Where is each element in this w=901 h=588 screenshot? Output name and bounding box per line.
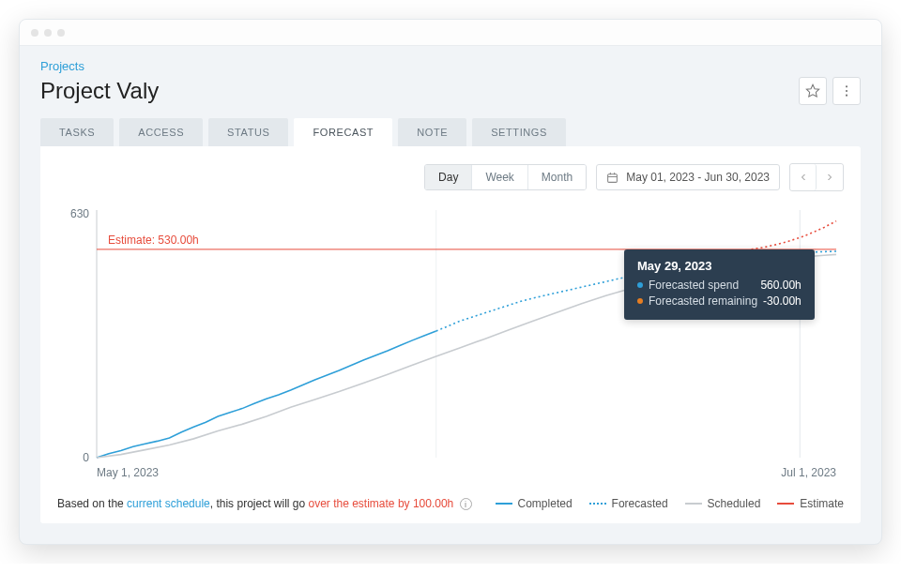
date-range-label: May 01, 2023 - Jun 30, 2023 — [626, 171, 770, 184]
svg-text:630: 630 — [70, 207, 89, 220]
svg-marker-0 — [806, 84, 818, 97]
svg-text:May 1, 2023: May 1, 2023 — [97, 466, 159, 479]
chevron-right-icon — [824, 172, 835, 183]
titlebar — [20, 20, 881, 46]
page-title: Project Valy — [40, 78, 159, 104]
chart-legend: Completed Forecasted Scheduled Estimate — [496, 497, 844, 510]
insight-text: Based on the current schedule, this proj… — [57, 497, 472, 510]
daterange-group: May 01, 2023 - Jun 30, 2023 — [596, 164, 780, 190]
tooltip-date: May 29, 2023 — [637, 259, 802, 273]
window-dot — [31, 29, 38, 37]
info-icon[interactable]: i — [460, 498, 472, 510]
chart-controls: DayWeekMonth May 01, 2023 - Jun 30, 2023 — [57, 163, 844, 191]
header: Projects Project Valy — [20, 46, 881, 105]
next-range-button[interactable] — [817, 164, 843, 190]
star-button[interactable] — [799, 77, 827, 105]
granularity-month[interactable]: Month — [528, 165, 586, 189]
tab-note[interactable]: NOTE — [398, 118, 466, 146]
forecast-chart[interactable]: Estimate: 530.00h6300May 1, 2023Jul 1, 2… — [57, 204, 846, 486]
tab-tasks[interactable]: TASKS — [40, 118, 114, 146]
window-dot — [44, 29, 52, 37]
prev-range-button[interactable] — [790, 164, 817, 190]
tab-access[interactable]: ACCESS — [119, 118, 203, 146]
granularity-week[interactable]: Week — [472, 165, 527, 189]
forecast-panel: DayWeekMonth May 01, 2023 - Jun 30, 2023… — [40, 146, 861, 523]
svg-text:0: 0 — [83, 451, 89, 464]
legend-estimate: Estimate — [777, 497, 844, 510]
calendar-icon — [606, 172, 618, 184]
tab-forecast[interactable]: FORECAST — [294, 118, 392, 146]
legend-completed: Completed — [496, 497, 573, 510]
current-schedule-link[interactable]: current schedule — [127, 497, 210, 510]
legend-scheduled: Scheduled — [685, 497, 761, 510]
chart-footer: Based on the current schedule, this proj… — [57, 486, 844, 510]
svg-text:Jul 1, 2023: Jul 1, 2023 — [781, 466, 836, 479]
date-range-picker[interactable]: May 01, 2023 - Jun 30, 2023 — [597, 165, 779, 189]
tab-bar: TASKSACCESSSTATUSFORECASTNOTESETTINGS — [20, 105, 881, 146]
granularity-day[interactable]: Day — [425, 165, 472, 189]
over-estimate-text: over the estimate by 100.00h — [309, 497, 454, 510]
window-dot — [57, 29, 65, 37]
chevron-left-icon — [798, 172, 809, 183]
tab-settings[interactable]: SETTINGS — [472, 118, 566, 146]
chart-container: Estimate: 530.00h6300May 1, 2023Jul 1, 2… — [57, 204, 844, 486]
tooltip-row: Forecasted remaining-30.00h — [637, 294, 802, 308]
svg-point-2 — [846, 90, 848, 92]
tab-status[interactable]: STATUS — [208, 118, 288, 146]
date-nav — [789, 163, 844, 191]
legend-forecasted: Forecasted — [589, 497, 668, 510]
svg-rect-4 — [608, 173, 618, 182]
granularity-group: DayWeekMonth — [424, 164, 587, 190]
star-icon — [805, 83, 820, 98]
svg-point-1 — [846, 85, 848, 87]
app-window: Projects Project Valy TASKSACCESSSTATUSF… — [19, 19, 882, 545]
tooltip-row: Forecasted spend560.00h — [637, 279, 802, 292]
svg-point-3 — [846, 95, 848, 97]
more-button[interactable] — [832, 77, 861, 105]
more-vertical-icon — [839, 83, 854, 98]
chart-tooltip: May 29, 2023 Forecasted spend560.00hFore… — [624, 249, 815, 320]
breadcrumb-projects[interactable]: Projects — [40, 59, 84, 73]
estimate-label: Estimate: 530.00h — [108, 234, 199, 247]
